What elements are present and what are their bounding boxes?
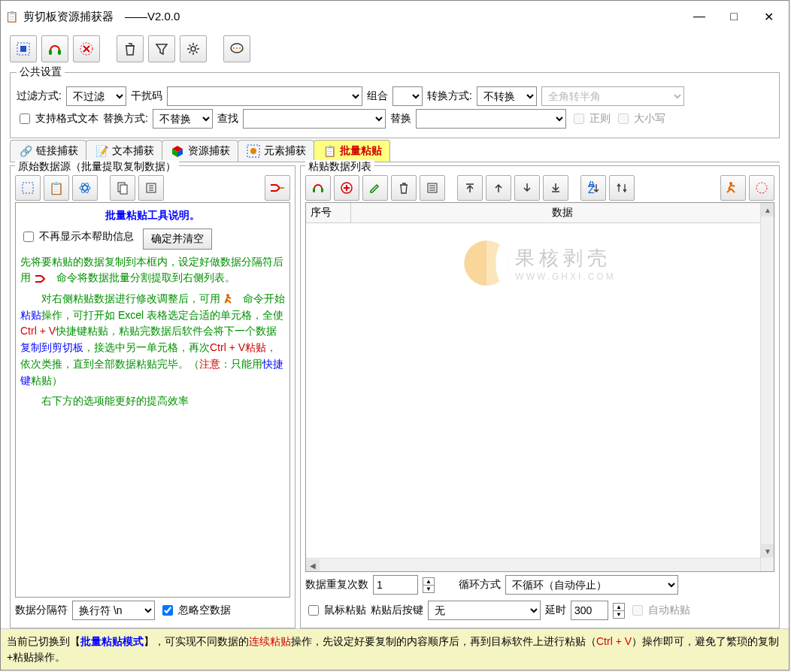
case-checkbox: 大小写 bbox=[615, 111, 665, 126]
horizontal-scrollbar[interactable]: ◀▶ bbox=[306, 558, 760, 571]
status-text: 连续粘贴 bbox=[249, 635, 291, 647]
paste-icon[interactable]: 📋 bbox=[44, 175, 69, 201]
trash-icon[interactable] bbox=[117, 35, 144, 62]
svg-rect-1 bbox=[20, 46, 26, 52]
svg-text:Z: Z bbox=[588, 183, 595, 195]
spin-up-icon[interactable]: ▲ bbox=[614, 604, 624, 611]
scroll-up-icon[interactable]: ▲ bbox=[761, 203, 774, 216]
minimize-button[interactable]: — bbox=[682, 5, 717, 28]
help-text-area[interactable]: 批量粘贴工具说明。 不再显示本帮助信息 确定并清空 先将要粘贴的数据复制到本框内… bbox=[15, 202, 290, 598]
combine-label: 组合 bbox=[367, 89, 388, 103]
status-text: 当前已切换到【 bbox=[7, 635, 80, 647]
spin-down-icon[interactable]: ▼ bbox=[423, 586, 434, 592]
move-top-icon[interactable] bbox=[457, 175, 483, 201]
run-inline-icon bbox=[223, 292, 240, 304]
link-icon: 🔗 bbox=[18, 144, 33, 159]
tab-element-capture[interactable]: 元素捕获 bbox=[238, 140, 314, 162]
help-text: Ctrl + V bbox=[20, 325, 56, 337]
filter-select[interactable]: 不过滤 bbox=[66, 86, 126, 106]
format-text-checkbox[interactable]: 支持格式文本 bbox=[17, 111, 98, 126]
mouse-paste-label: 鼠标粘贴 bbox=[324, 604, 366, 617]
convert-label: 转换方式: bbox=[427, 89, 472, 103]
combine-select[interactable] bbox=[392, 86, 423, 106]
paste-data-list[interactable]: 序号 数据 果核剥壳 WWW.GHXI.COM ▲▼ ◀▶ bbox=[305, 202, 774, 572]
atom-icon[interactable] bbox=[72, 175, 98, 201]
left-legend: 原始数据源（批量提取复制数据） bbox=[15, 160, 179, 174]
svg-point-29 bbox=[729, 182, 732, 185]
spin-down-icon[interactable]: ▼ bbox=[614, 611, 624, 618]
svg-rect-15 bbox=[23, 183, 33, 193]
stop-icon[interactable] bbox=[749, 175, 774, 201]
svg-point-8 bbox=[236, 47, 238, 49]
run-icon[interactable] bbox=[720, 175, 746, 201]
confirm-clear-button[interactable]: 确定并清空 bbox=[143, 229, 212, 250]
scroll-left-icon[interactable]: ◀ bbox=[306, 559, 320, 573]
auto-paste-label: 自动粘贴 bbox=[648, 604, 690, 617]
replace-mode-select[interactable]: 不替换 bbox=[153, 109, 213, 129]
delay-input[interactable] bbox=[571, 601, 608, 620]
separator-select[interactable]: 换行符 \n bbox=[72, 601, 155, 620]
delay-label: 延时 bbox=[545, 604, 566, 617]
loop-select[interactable]: 不循环（自动停止） bbox=[505, 575, 678, 595]
sort-az-icon[interactable]: AZ bbox=[580, 175, 606, 201]
tab-link-capture[interactable]: 🔗链接捕获 bbox=[10, 140, 86, 162]
help-text: ，接选中另一单元格，再次 bbox=[83, 341, 210, 353]
svg-point-16 bbox=[80, 186, 90, 190]
move-down-icon[interactable] bbox=[514, 175, 540, 201]
after-key-select[interactable]: 无 bbox=[428, 601, 541, 620]
split-inline-icon bbox=[34, 271, 53, 283]
add-icon[interactable] bbox=[334, 175, 359, 201]
help-text: 注意 bbox=[199, 358, 220, 370]
target-icon bbox=[246, 144, 261, 159]
select-icon[interactable] bbox=[10, 35, 37, 62]
select-all-icon[interactable] bbox=[15, 175, 41, 201]
headphone-icon[interactable] bbox=[305, 175, 331, 201]
ignore-empty-checkbox[interactable]: 忽略空数据 bbox=[159, 603, 231, 618]
tab-resource-capture[interactable]: 资源捕获 bbox=[162, 140, 238, 162]
find-combo[interactable] bbox=[243, 109, 386, 129]
replace-mode-label: 替换方式: bbox=[103, 112, 148, 126]
column-index[interactable]: 序号 bbox=[306, 203, 351, 222]
headphone-icon[interactable] bbox=[41, 35, 68, 62]
clear-icon[interactable] bbox=[138, 175, 164, 201]
split-icon[interactable] bbox=[265, 175, 290, 201]
swap-icon[interactable] bbox=[609, 175, 635, 201]
no-show-label: 不再显示本帮助信息 bbox=[39, 229, 134, 245]
close-button[interactable]: ✕ bbox=[751, 5, 786, 28]
convert-select[interactable]: 不转换 bbox=[477, 86, 537, 106]
svg-point-30 bbox=[756, 183, 767, 193]
mouse-paste-checkbox[interactable]: 鼠标粘贴 bbox=[305, 603, 366, 618]
move-bottom-icon[interactable] bbox=[543, 175, 568, 201]
status-bar: 当前已切换到【批量粘贴模式】，可实现不同数据的连续粘贴操作，先设定好要复制的内容… bbox=[1, 628, 789, 670]
tab-label: 元素捕获 bbox=[264, 144, 306, 158]
copy-icon[interactable] bbox=[110, 175, 135, 201]
noise-select[interactable] bbox=[167, 86, 362, 106]
noise-label: 干扰码 bbox=[131, 89, 162, 103]
gear-icon[interactable] bbox=[180, 35, 207, 62]
tab-batch-paste[interactable]: 📋批量粘贴 bbox=[314, 140, 390, 162]
spin-up-icon[interactable]: ▲ bbox=[423, 578, 434, 586]
trash-icon[interactable] bbox=[391, 175, 417, 201]
cancel-icon[interactable] bbox=[73, 35, 100, 62]
maximize-button[interactable]: □ bbox=[717, 5, 751, 28]
tab-text-capture[interactable]: 📝文本捕获 bbox=[86, 140, 162, 162]
watermark-logo-icon bbox=[464, 241, 509, 286]
find-label: 查找 bbox=[217, 112, 238, 126]
convert-hint-select: 全角转半角 bbox=[541, 86, 684, 106]
repeat-label: 数据重复次数 bbox=[305, 578, 368, 592]
help-text: 复制到剪切板 bbox=[20, 341, 83, 353]
repeat-input[interactable] bbox=[373, 575, 418, 595]
scroll-down-icon[interactable]: ▼ bbox=[761, 544, 774, 558]
edit-icon[interactable] bbox=[362, 175, 388, 201]
clear-icon[interactable] bbox=[420, 175, 445, 201]
no-show-checkbox[interactable]: 不再显示本帮助信息 bbox=[20, 229, 134, 245]
tab-bar: 🔗链接捕获 📝文本捕获 资源捕获 元素捕获 📋批量粘贴 bbox=[10, 140, 780, 162]
column-data[interactable]: 数据 bbox=[351, 203, 774, 222]
move-up-icon[interactable] bbox=[486, 175, 511, 201]
vertical-scrollbar[interactable]: ▲▼ bbox=[760, 203, 774, 571]
help-text: 命令将数据批量分割提取到右侧列表。 bbox=[56, 271, 235, 283]
funnel-icon[interactable] bbox=[148, 35, 175, 62]
help-text: ：只能用 bbox=[220, 358, 262, 370]
replace-combo[interactable] bbox=[416, 109, 566, 129]
talk-icon[interactable] bbox=[223, 35, 250, 62]
